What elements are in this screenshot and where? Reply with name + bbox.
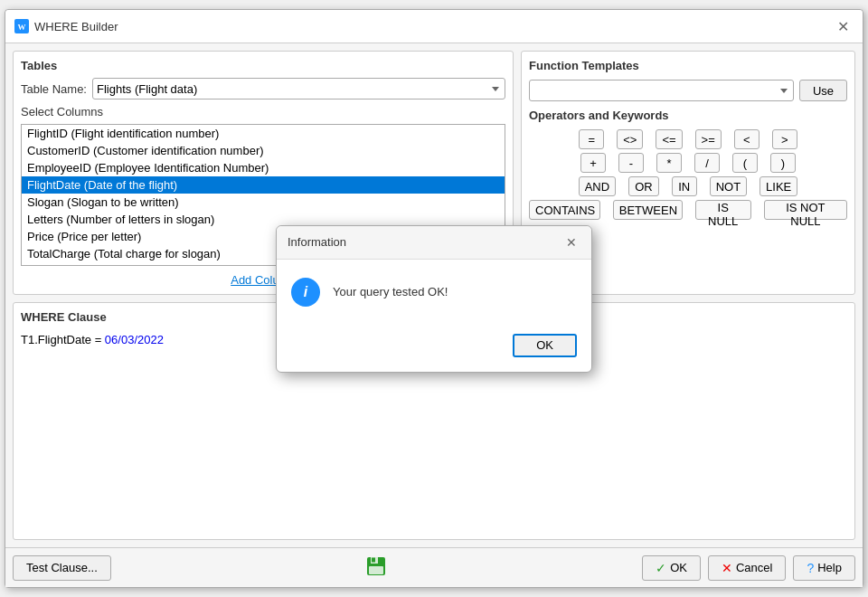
- dialog-footer: OK: [277, 325, 591, 372]
- dialog-ok-button[interactable]: OK: [513, 334, 577, 357]
- dialog-message: Your query tested OK!: [333, 285, 448, 298]
- dialog-close-button[interactable]: ✕: [562, 233, 580, 251]
- dialog-body: i Your query tested OK!: [277, 260, 591, 325]
- dialog-overlay: Information ✕ i Your query tested OK! OK: [0, 0, 868, 597]
- dialog-title-bar: Information ✕: [277, 226, 591, 260]
- dialog-title: Information: [288, 235, 346, 249]
- info-dialog: Information ✕ i Your query tested OK! OK: [276, 225, 592, 373]
- info-icon: i: [291, 278, 320, 307]
